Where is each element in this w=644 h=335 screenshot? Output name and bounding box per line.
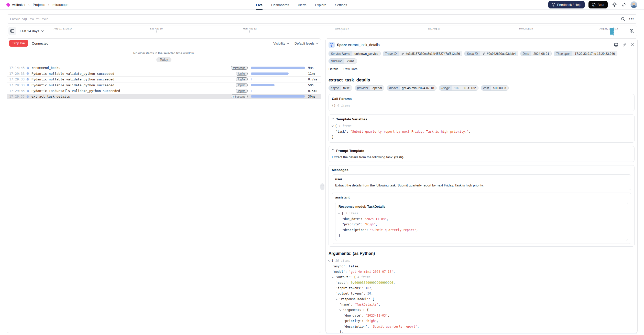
duration-bar: [251, 78, 252, 80]
span-id-badge[interactable]: Span ID #9c942620aa93dbb4: [464, 51, 518, 56]
log-row-validate-python[interactable]: 17:29:33 Pydantic nullable validate_pyth…: [7, 76, 321, 82]
tab-raw-data[interactable]: Raw Data: [343, 67, 357, 73]
panel-resize-handle[interactable]: [320, 183, 324, 190]
close-icon[interactable]: [630, 43, 635, 47]
log-row-extract-task-details[interactable]: 17:29:33 extract_task_details mirascope …: [7, 94, 321, 100]
breadcrumb: willbakst › Projects › mirascope: [7, 0, 68, 9]
today-divider: Today: [156, 57, 171, 62]
dock-panel-icon[interactable]: [614, 43, 618, 47]
tab-alerts[interactable]: Alerts: [298, 0, 306, 10]
open-link-icon[interactable]: [622, 43, 627, 47]
badge-value: unknown_service: [352, 51, 380, 56]
row-span-name: Pydantic nullable validate_python succee…: [31, 77, 236, 81]
duration-bar-track: [251, 90, 305, 92]
time-range-dropdown[interactable]: Last 14 days: [20, 29, 44, 33]
messages-card: Messages user Extract the details from t…: [329, 165, 635, 247]
badge-value: 2024-08-21: [531, 51, 551, 56]
duration-badge: Duration 29ms: [329, 58, 357, 64]
breadcrumb-project[interactable]: mirascope: [52, 3, 68, 7]
row-span-name: Pydantic nullable validate_python succee…: [31, 72, 236, 76]
response-model-code: { 3 items "due_date": "2023-11-03", "pri…: [339, 211, 625, 238]
code-line: 'cost': 0.000033299999999999996,: [329, 280, 635, 286]
async-badge: async false: [329, 85, 352, 91]
log-row-validate-python[interactable]: 17:29:33 Pydantic nullable validate_pyth…: [7, 71, 321, 77]
user-message-card: user Extract the details from the follow…: [332, 174, 631, 190]
row-span-name: extract_task_details: [31, 95, 231, 98]
timeline-tick: Sat, Aug 17: [428, 27, 440, 33]
call-params-code: {} 0 items: [332, 103, 631, 108]
messages-title: Messages: [332, 168, 631, 172]
svg-text:i: i: [594, 4, 594, 6]
feedback-help-button[interactable]: ? Feedback / Help: [548, 1, 585, 8]
timeline-tick: Mon, Aug 19: [519, 27, 533, 33]
prompt-variable: {task}: [394, 155, 403, 159]
search-icon[interactable]: [621, 17, 625, 21]
badge-label: model: [387, 86, 400, 90]
horizontal-scrollbar[interactable]: [326, 333, 637, 333]
collapse-chevron-icon[interactable]: [332, 118, 334, 120]
row-timestamp: 17:29:33: [7, 77, 27, 81]
beta-button[interactable]: i Beta: [588, 1, 608, 8]
row-duration: 30ms: [305, 95, 321, 98]
duration-bar: [251, 67, 305, 69]
user-avatar[interactable]: [630, 1, 637, 8]
prompt-template-text: Extract the details from the following t…: [332, 155, 631, 159]
share-link-icon[interactable]: [621, 2, 627, 8]
zoom-in-icon[interactable]: [629, 28, 635, 34]
visibility-dropdown[interactable]: Visibility: [273, 41, 289, 45]
timeline-tick: Aug 21, 17:26:14: [599, 27, 618, 30]
usage-badge: usage 102 + 30 -> 132: [439, 85, 478, 91]
prompt-template-title[interactable]: Prompt Template: [332, 149, 631, 153]
log-row-validate-python[interactable]: 17:29:33 Pydantic nullable validate_pyth…: [7, 82, 321, 88]
trace-id-badge[interactable]: Trace ID #c3b5157330ea5c1fd4572747af512d…: [383, 51, 462, 56]
row-timestamp: 17:29:33: [7, 95, 27, 98]
row-duration: 0.5ms: [305, 89, 321, 93]
log-row-recommend-books[interactable]: 17:14:43 recommend_books mirascope 9ms: [7, 65, 321, 71]
code-line: 'description': 'Submit quarterly report'…: [329, 324, 635, 329]
arguments-code: { 10 items 'async': False, 'model': 'gpt…: [329, 258, 635, 333]
user-message-text: Extract the details from the following t…: [335, 183, 628, 187]
sql-filter-input[interactable]: [10, 17, 617, 21]
timeline-activity-marker[interactable]: [610, 28, 614, 35]
live-view-panel: Stop live Connected Visibility Default l…: [7, 38, 321, 333]
default-levels-dropdown[interactable]: Default levels: [294, 41, 319, 45]
beta-label: Beta: [597, 3, 604, 7]
tab-explore[interactable]: Explore: [315, 0, 326, 10]
span-name: extract_task_details: [348, 43, 380, 47]
theme-toggle-sun-icon[interactable]: [612, 2, 617, 8]
info-circle-icon: i: [592, 3, 596, 7]
duration-bar-track: [251, 72, 305, 75]
collapse-chevron-icon[interactable]: [332, 150, 334, 152]
span-diamond-icon: [26, 89, 29, 92]
code-line: 'input_tokens': 102,: [329, 286, 635, 291]
breadcrumb-workspace[interactable]: willbakst: [12, 3, 25, 7]
tab-details[interactable]: Details: [329, 67, 338, 73]
more-options-icon[interactable]: •••: [629, 18, 634, 20]
tab-settings[interactable]: Settings: [335, 0, 347, 10]
chevron-right-icon: ›: [48, 3, 50, 7]
span-attribute-badges: async false provider openai model gpt-4o…: [329, 85, 635, 91]
logo-diamond-icon[interactable]: [6, 3, 10, 7]
code-line: {} 0 items: [332, 103, 631, 108]
breadcrumb-projects[interactable]: Projects: [33, 3, 45, 7]
cost-badge: cost $0.00003: [481, 85, 509, 91]
template-variables-title[interactable]: Template Variables: [332, 117, 631, 121]
span-diamond-icon: [26, 95, 29, 98]
badge-value: 102 + 30 -> 132: [452, 86, 478, 90]
chevron-down-icon: [41, 30, 44, 32]
assistant-message-card: assistant Response model: TaskDetails { …: [332, 193, 631, 244]
badge-value: $0.00003: [491, 86, 508, 90]
timeline-tick: Wed, Aug 14: [335, 27, 349, 33]
stop-live-button[interactable]: Stop live: [9, 40, 28, 47]
tab-live[interactable]: Live: [256, 0, 263, 10]
time-range-label: Last 14 days: [20, 29, 39, 33]
tab-dashboards[interactable]: Dashboards: [271, 0, 289, 10]
row-duration: 0.7ms: [305, 78, 321, 81]
link-icon: [482, 52, 486, 55]
log-row-taskdetails-validate[interactable]: 17:29:33 Pydantic TaskDetails validate_p…: [7, 88, 321, 94]
badge-label: provider: [355, 86, 370, 90]
code-line: "due_date": "2023-11-03",: [339, 216, 625, 222]
sidebar-toggle-button[interactable]: [8, 27, 16, 35]
badge-label: cost: [481, 86, 491, 90]
chevron-right-icon: ›: [28, 3, 30, 7]
